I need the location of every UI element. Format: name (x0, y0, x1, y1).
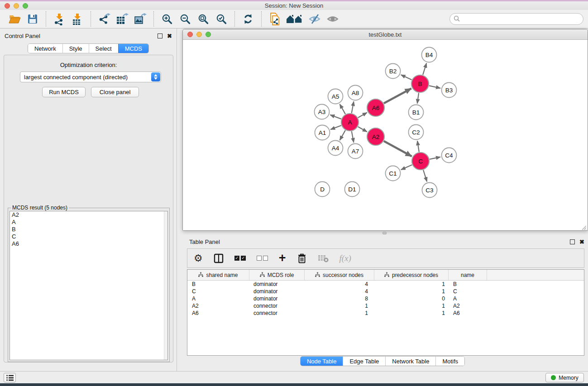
tab-node-table[interactable]: Node Table (301, 357, 343, 366)
zoom-in-icon[interactable] (159, 12, 175, 26)
run-mcds-button[interactable]: Run MCDS (42, 87, 86, 97)
resize-grip-icon[interactable] (581, 224, 587, 229)
graph-node-C1[interactable]: C1 (386, 166, 401, 181)
mcds-result-item[interactable]: A (10, 219, 167, 226)
delete-table-icon[interactable] (318, 252, 329, 265)
delete-column-icon[interactable] (297, 252, 307, 265)
graph-edge-C-C2[interactable] (417, 141, 419, 152)
function-builder-icon[interactable]: f(x) (339, 252, 351, 265)
tab-network[interactable]: Network (28, 44, 62, 53)
graph-node-A4[interactable]: A4 (328, 141, 343, 156)
export-network-icon[interactable] (96, 12, 112, 26)
mcds-result-item[interactable]: A6 (10, 240, 167, 248)
graph-edge-A-A2[interactable] (358, 127, 367, 132)
task-history-button[interactable] (4, 373, 16, 382)
memory-button[interactable]: Memory (545, 373, 584, 382)
close-panel-button[interactable]: Close panel (91, 87, 139, 97)
close-panel-icon[interactable]: ✖ (579, 239, 584, 245)
graph-edge-A-A7[interactable] (352, 131, 354, 143)
graph-edge-A-A8[interactable] (352, 101, 354, 113)
add-column-icon[interactable]: + (279, 252, 286, 265)
graph-node-D1[interactable]: D1 (345, 182, 360, 197)
column-header-predecessor-nodes[interactable]: predecessor nodes (374, 270, 449, 280)
criterion-dropdown[interactable]: largest connected component (directed) (20, 71, 161, 82)
graph-node-B2[interactable]: B2 (386, 64, 401, 79)
column-header-shared-name[interactable]: shared name (187, 270, 249, 280)
node-table[interactable]: shared nameMCDS rolesuccessor nodesprede… (187, 269, 584, 356)
graph-node-A7[interactable]: A7 (348, 144, 363, 159)
graph-node-A2[interactable]: A2 (367, 128, 384, 145)
graph-edge-C-C4[interactable] (430, 157, 440, 159)
graph-node-D[interactable]: D (315, 182, 330, 197)
table-row[interactable]: Cdominator41C (187, 288, 584, 295)
graph-node-B4[interactable]: B4 (422, 48, 437, 62)
tab-mcds[interactable]: MCDS (118, 44, 148, 53)
graph-edge-B-B4[interactable] (423, 63, 426, 75)
graph-node-A8[interactable]: A8 (348, 86, 363, 100)
graph-node-A6[interactable]: A6 (367, 99, 384, 116)
graph-edge-A-A3[interactable] (330, 115, 341, 119)
column-header-successor-nodes[interactable]: successor nodes (305, 270, 374, 280)
table-row[interactable]: Adominator80A (187, 295, 584, 302)
tab-select[interactable]: Select (89, 44, 118, 53)
hide-selected-icon[interactable] (307, 12, 322, 26)
refresh-icon[interactable] (240, 12, 256, 26)
tab-edge-table[interactable]: Edge Table (343, 357, 385, 366)
new-network-from-selection-icon[interactable] (267, 12, 282, 26)
import-network-icon[interactable] (52, 12, 67, 26)
save-session-icon[interactable] (25, 12, 40, 26)
column-header-MCDS-role[interactable]: MCDS role (249, 270, 305, 280)
graph-node-A1[interactable]: A1 (315, 125, 330, 140)
zoom-fit-icon[interactable] (196, 12, 211, 26)
close-panel-icon[interactable]: ✖ (167, 33, 172, 39)
scrollbar[interactable] (164, 211, 167, 360)
tab-style[interactable]: Style (62, 44, 89, 53)
export-image-icon[interactable] (133, 12, 148, 26)
mcds-result-item[interactable]: A2 (10, 211, 167, 219)
table-row[interactable]: A2connector11A2 (187, 302, 584, 310)
graph-node-C[interactable]: C (412, 152, 429, 170)
table-row[interactable]: A6connector11A6 (187, 310, 584, 317)
mcds-result-list[interactable]: A2ABCA6 (10, 211, 168, 360)
graph-edge-A-A6[interactable] (358, 113, 367, 118)
split-divider-handle[interactable] (382, 232, 387, 234)
network-canvas[interactable]: B4B2BB3A8A5A6B1A3AA1C2A2A4A7C4CC1C3DD1 (183, 40, 588, 230)
graph-edge-C-C3[interactable] (423, 170, 427, 182)
graph-edge-A-A1[interactable] (330, 125, 341, 129)
graph-edge-B-B3[interactable] (429, 86, 440, 88)
graph-edge-A2-C[interactable] (384, 141, 412, 157)
float-panel-icon[interactable] (158, 33, 163, 38)
import-table-icon[interactable] (70, 12, 85, 26)
hide-columns-icon[interactable] (257, 252, 268, 265)
first-neighbors-icon[interactable] (285, 12, 304, 26)
graph-edge-A-A5[interactable] (340, 104, 345, 114)
graph-edge-A-A4[interactable] (340, 130, 345, 140)
show-all-icon[interactable] (325, 12, 340, 26)
show-columns-icon[interactable]: ✓✓ (234, 252, 246, 265)
graph-edge-B-B1[interactable] (417, 93, 419, 103)
graph-edge-B-B2[interactable] (401, 75, 412, 80)
graph-node-C3[interactable]: C3 (422, 183, 437, 198)
tab-network-table[interactable]: Network Table (385, 357, 435, 366)
graph-node-A3[interactable]: A3 (315, 105, 330, 119)
search-input[interactable] (449, 13, 583, 25)
open-file-icon[interactable] (7, 12, 22, 26)
mcds-result-item[interactable]: C (10, 233, 167, 240)
split-columns-icon[interactable] (214, 252, 224, 265)
graph-node-C2[interactable]: C2 (409, 125, 424, 140)
float-panel-icon[interactable] (570, 239, 575, 244)
export-table-icon[interactable] (115, 12, 130, 26)
graph-node-C4[interactable]: C4 (442, 148, 457, 163)
graph-edge-C-C1[interactable] (401, 165, 412, 170)
zoom-selected-icon[interactable] (214, 12, 229, 26)
column-header-name[interactable]: name (449, 270, 487, 280)
graph-node-B[interactable]: B (411, 75, 429, 92)
gear-icon[interactable]: ⚙ (194, 252, 203, 265)
graph-node-B1[interactable]: B1 (409, 105, 424, 120)
zoom-out-icon[interactable] (177, 12, 193, 26)
table-row[interactable]: Bdominator41B (187, 281, 584, 288)
mcds-result-item[interactable]: B (10, 226, 167, 233)
graph-node-A[interactable]: A (341, 114, 359, 131)
graph-node-A5[interactable]: A5 (328, 89, 343, 104)
graph-node-B3[interactable]: B3 (442, 83, 457, 98)
